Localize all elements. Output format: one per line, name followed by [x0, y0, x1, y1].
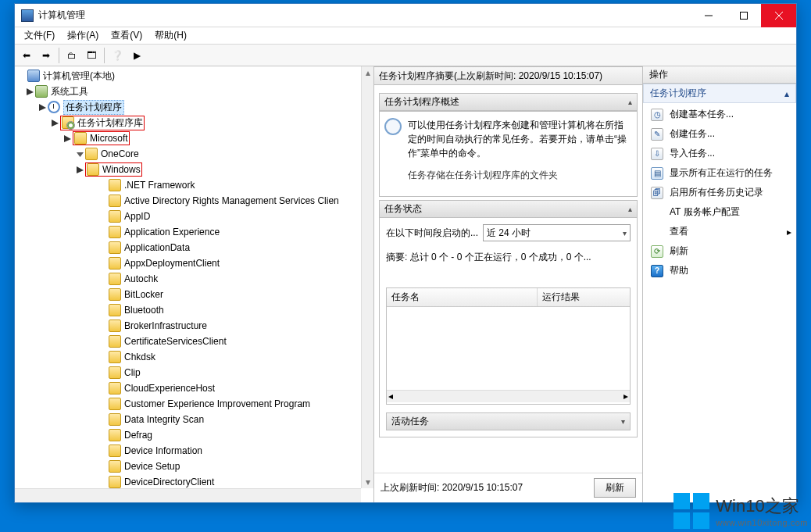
refresh-button[interactable]: 刷新	[594, 478, 636, 498]
forward-button[interactable]: ➡	[38, 47, 55, 64]
tree-folder-item[interactable]: Data Integrity Scan	[15, 412, 373, 427]
tree-folder-item[interactable]: CertificateServicesClient	[15, 334, 373, 349]
menu-action[interactable]: 操作(A)	[61, 27, 105, 44]
collapse-icon[interactable]: ▴	[628, 98, 632, 106]
time-range-select[interactable]: 近 24 小时 ▾	[483, 224, 631, 241]
status-summary: 摘要: 总计 0 个 - 0 个正在运行，0 个成功，0 个...	[386, 251, 631, 264]
svg-rect-1	[740, 12, 747, 19]
tree-item-label: Customer Experience Improvement Program	[124, 398, 310, 409]
tree-folder-item[interactable]: CloudExperienceHost	[15, 380, 373, 396]
expand-icon[interactable]	[24, 86, 35, 97]
tree-folder-item[interactable]: Defrag	[15, 427, 373, 443]
col-task-name[interactable]: 任务名	[387, 288, 538, 306]
tree-onecore[interactable]: OneCore	[15, 146, 373, 162]
scroll-left-icon[interactable]: ◂	[388, 391, 393, 402]
tree-item-label: Chkdsk	[124, 352, 155, 362]
tree-folder-item[interactable]: AppID	[15, 209, 373, 224]
chevron-down-icon: ▾	[623, 229, 627, 237]
tree-folder-item[interactable]: Device Setup	[15, 459, 373, 474]
collapse-icon[interactable]: ▴	[628, 205, 632, 213]
vertical-scrollbar[interactable]: ▴ ▾	[361, 66, 373, 488]
actions-group-header[interactable]: 任务计划程序 ▴	[643, 84, 796, 103]
clock-icon	[48, 101, 60, 113]
svg-marker-9	[77, 166, 84, 173]
folder-icon	[109, 335, 121, 348]
tree-folder-item[interactable]: BrokerInfrastructure	[15, 318, 373, 334]
collapse-icon[interactable]: ▴	[784, 88, 789, 99]
tree-folder-item[interactable]: Bluetooth	[15, 302, 373, 318]
active-tasks-header[interactable]: 活动任务 ▾	[386, 412, 631, 430]
expand-icon[interactable]: ▾	[621, 417, 625, 426]
minimize-button[interactable]	[691, 4, 726, 27]
tree-systemtools[interactable]: 系统工具	[15, 84, 373, 99]
run-button[interactable]: ▶	[128, 47, 145, 64]
tree-folder-item[interactable]: Customer Experience Improvement Program	[15, 396, 373, 412]
tree-folder-item[interactable]: ApplicationData	[15, 240, 373, 255]
collapse-icon[interactable]	[74, 148, 85, 159]
col-run-result[interactable]: 运行结果	[538, 288, 630, 306]
action-view[interactable]: 查看▸	[643, 222, 796, 241]
tree-folder-item[interactable]: DeviceDirectoryClient	[15, 474, 373, 490]
tree-folder-item[interactable]: Chkdsk	[15, 349, 373, 365]
tree-pane: 计算机管理(本地) 系统工具 任务计划程序 任务计划程序库	[15, 66, 374, 502]
list-scrollbar[interactable]: ◂ ▸	[387, 390, 630, 402]
scroll-up-icon[interactable]: ▴	[362, 66, 374, 79]
properties-button[interactable]: 🗔	[83, 47, 100, 64]
status-header[interactable]: 任务状态 ▴	[379, 200, 638, 218]
menu-file[interactable]: 文件(F)	[18, 27, 61, 44]
up-button[interactable]: 🗀	[63, 47, 80, 64]
action-at-account[interactable]: AT 服务帐户配置	[643, 202, 796, 222]
overview-header[interactable]: 任务计划程序概述 ▴	[379, 93, 638, 111]
scroll-down-icon[interactable]: ▾	[362, 476, 374, 488]
action-help[interactable]: ?帮助	[643, 261, 796, 280]
action-refresh[interactable]: ⟳刷新	[643, 241, 796, 261]
window-title: 计算机管理	[38, 9, 691, 22]
tree-task-scheduler[interactable]: 任务计划程序	[15, 99, 373, 115]
action-enable-history[interactable]: 🗐启用所有任务历史记录	[643, 183, 796, 202]
expand-icon[interactable]	[62, 133, 73, 144]
running-icon: ▤	[651, 167, 663, 180]
menu-help[interactable]: 帮助(H)	[148, 27, 193, 44]
folder-icon	[74, 132, 87, 145]
close-button[interactable]	[761, 4, 796, 27]
expand-icon[interactable]	[74, 164, 85, 175]
maximize-button[interactable]	[726, 4, 761, 27]
tree-item-label: ApplicationData	[124, 242, 190, 253]
folder-icon	[109, 195, 121, 207]
action-create-basic-task[interactable]: ◷创建基本任务...	[643, 105, 796, 124]
expand-icon[interactable]	[49, 117, 60, 128]
tree-folder-item[interactable]: BitLocker	[15, 287, 373, 302]
tree-folder-item[interactable]: Application Experience	[15, 224, 373, 240]
tree-windows[interactable]: Windows	[15, 162, 373, 177]
actions-pane: 操作 任务计划程序 ▴ ◷创建基本任务... ✎创建任务... ⇩导入任务...…	[643, 66, 796, 502]
menu-view[interactable]: 查看(V)	[105, 27, 148, 44]
tree-folder-item[interactable]: Autochk	[15, 271, 373, 287]
tree-folder-item[interactable]: AppxDeploymentClient	[15, 255, 373, 271]
tree-folder-item[interactable]: Active Directory Rights Management Servi…	[15, 193, 373, 209]
back-button[interactable]: ⬅	[18, 47, 35, 64]
help-button[interactable]: ❔	[109, 47, 126, 64]
tree-folder-item[interactable]: .NET Framework	[15, 177, 373, 193]
scroll-right-icon[interactable]: ▸	[623, 391, 628, 402]
action-show-running[interactable]: ▤显示所有正在运行的任务	[643, 163, 796, 183]
action-create-task[interactable]: ✎创建任务...	[643, 124, 796, 144]
folder-icon	[109, 273, 121, 285]
status-row: 在以下时间段启动的... 近 24 小时 ▾	[386, 224, 631, 241]
expand-icon[interactable]	[37, 102, 48, 112]
horizontal-scrollbar[interactable]	[15, 488, 361, 502]
tree-folder-item[interactable]: Device Information	[15, 443, 373, 459]
action-import-task[interactable]: ⇩导入任务...	[643, 144, 796, 163]
tree-task-library[interactable]: 任务计划程序库	[15, 115, 373, 130]
svg-marker-5	[39, 104, 46, 111]
tree-root[interactable]: 计算机管理(本地)	[15, 68, 373, 84]
task-icon: ✎	[651, 128, 663, 141]
folder-icon	[109, 288, 121, 301]
highlight-box: 任务计划程序库	[60, 116, 145, 130]
tree-item-label: Clip	[124, 367, 141, 378]
tree-item-label: CertificateServicesClient	[124, 336, 227, 347]
task-list[interactable]: 任务名 运行结果 ◂ ▸	[386, 287, 631, 405]
tree-folder-item[interactable]: Clip	[15, 365, 373, 380]
folder-icon	[109, 366, 121, 379]
tree-microsoft[interactable]: Microsoft	[15, 130, 373, 146]
tree-item-label: Device Setup	[124, 461, 180, 472]
